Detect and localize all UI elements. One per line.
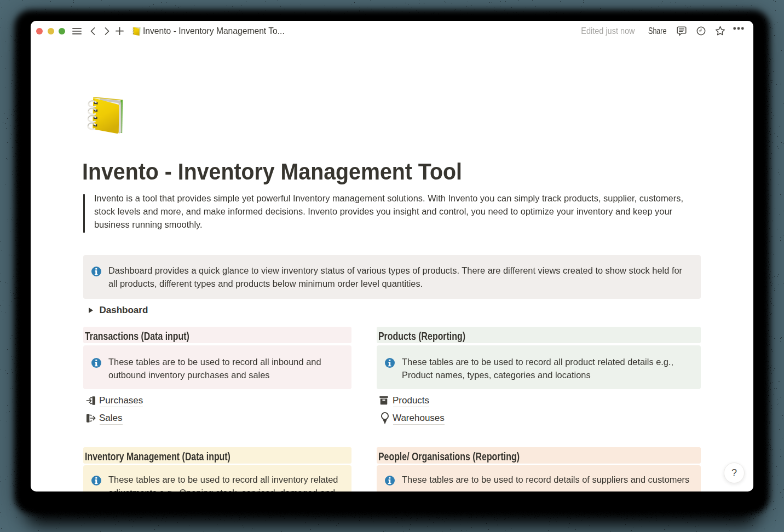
products-link-label[interactable]: Products bbox=[393, 394, 429, 407]
dashboard-toggle[interactable]: Dashboard bbox=[83, 303, 701, 316]
info-icon bbox=[91, 267, 101, 276]
transactions-callout-text: These tables are to be used to record al… bbox=[108, 356, 321, 382]
page-icon-notebook-emoji[interactable] bbox=[86, 95, 124, 136]
page-emoji-small bbox=[131, 26, 141, 36]
share-button[interactable]: Share bbox=[648, 21, 672, 41]
edited-status: Edited just now bbox=[575, 21, 635, 41]
favorite-star-icon[interactable] bbox=[715, 26, 725, 36]
info-icon bbox=[385, 476, 395, 485]
products-callout: These tables are to be used to record al… bbox=[377, 345, 701, 389]
exit-door-icon bbox=[85, 413, 96, 424]
page-title: Invento - Inventory Management Tool bbox=[82, 158, 739, 186]
tab-title[interactable]: Invento - Inventory Management To... bbox=[143, 21, 297, 41]
zoom-window-button[interactable] bbox=[59, 28, 65, 34]
titlebar: Invento - Inventory Management To... Edi… bbox=[31, 21, 753, 41]
map-pin-icon bbox=[379, 412, 390, 425]
close-window-button[interactable] bbox=[36, 28, 43, 34]
info-icon bbox=[91, 358, 101, 368]
dashboard-toggle-label[interactable]: Dashboard bbox=[100, 304, 148, 317]
products-heading: Products (Reporting) bbox=[377, 327, 701, 343]
purchases-link-label[interactable]: Purchases bbox=[99, 394, 143, 407]
more-options-icon[interactable] bbox=[733, 27, 744, 30]
minimize-window-button[interactable] bbox=[48, 28, 54, 34]
comments-icon[interactable] bbox=[677, 26, 687, 36]
products-callout-text: These tables are to be used to record al… bbox=[402, 356, 673, 382]
sidebar-menu-icon[interactable] bbox=[72, 28, 82, 34]
help-button[interactable]: ? bbox=[724, 462, 745, 483]
back-icon[interactable] bbox=[88, 26, 98, 36]
intro-quote: Invento is a tool that provides simple y… bbox=[83, 192, 701, 232]
people-organisations-heading: People/ Organisations (Reporting) bbox=[377, 447, 701, 464]
transactions-callout: These tables are to be used to record al… bbox=[83, 345, 351, 389]
people-organisations-callout-text: These tables are to be used to record de… bbox=[402, 473, 689, 487]
new-tab-icon[interactable] bbox=[116, 27, 124, 36]
sales-link-label[interactable]: Sales bbox=[99, 412, 123, 425]
toggle-triangle-icon[interactable] bbox=[89, 308, 93, 313]
warehouses-link-label[interactable]: Warehouses bbox=[393, 412, 445, 425]
updates-clock-icon[interactable] bbox=[696, 26, 706, 36]
dashboard-callout-text: Dashboard provides a quick glance to vie… bbox=[108, 264, 682, 291]
inventory-management-callout: These tables are to be used to record al… bbox=[83, 465, 351, 491]
inventory-management-heading: Inventory Management (Data input) bbox=[83, 447, 351, 464]
dashboard-callout: Dashboard provides a quick glance to vie… bbox=[83, 255, 701, 299]
enter-door-icon bbox=[86, 395, 97, 406]
info-icon bbox=[91, 476, 101, 485]
info-icon bbox=[385, 358, 395, 368]
notion-window: Invento - Inventory Management To... Edi… bbox=[31, 21, 753, 491]
inventory-management-callout-text: These tables are to be used to record al… bbox=[108, 473, 338, 491]
people-organisations-callout: These tables are to be used to record de… bbox=[377, 465, 701, 491]
forward-icon[interactable] bbox=[102, 26, 112, 36]
transactions-heading: Transactions (Data input) bbox=[83, 327, 351, 343]
archive-box-icon bbox=[378, 395, 389, 406]
